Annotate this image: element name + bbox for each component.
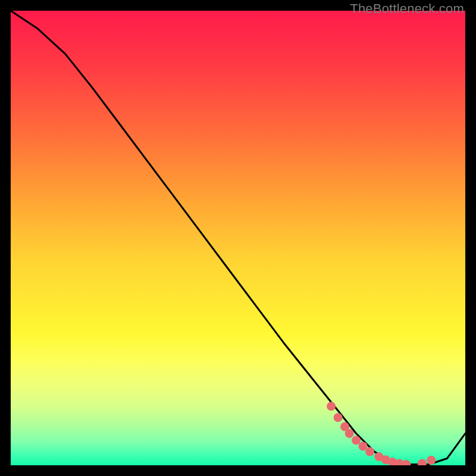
watermark-text: TheBottleneck.com	[350, 1, 464, 17]
line-series	[11, 11, 465, 465]
plot-area	[11, 11, 465, 465]
marker-series	[327, 402, 436, 465]
valley-marker	[418, 459, 427, 465]
valley-marker	[345, 429, 354, 438]
chart-frame: TheBottleneck.com	[0, 0, 476, 476]
valley-marker	[327, 402, 336, 411]
valley-marker	[334, 413, 343, 422]
valley-marker	[402, 460, 411, 465]
chart-svg	[11, 11, 465, 465]
valley-marker	[427, 456, 436, 465]
valley-marker	[352, 436, 361, 445]
valley-marker	[365, 447, 374, 456]
curve-path	[11, 11, 465, 465]
